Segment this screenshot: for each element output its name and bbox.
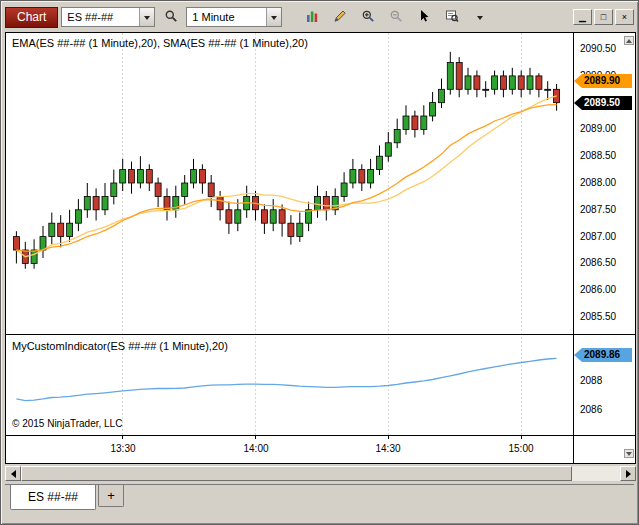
instrument-value: ES ##-## [62,11,139,23]
maximize-button[interactable]: □ [594,9,613,25]
search-icon [164,9,178,26]
triangle-up-icon [626,36,632,43]
ema-value-badge: 2089.90 [574,74,632,88]
panel-splitter[interactable] [6,332,635,337]
data-box-icon [445,9,459,26]
axis-scroll-up-button[interactable] [624,36,634,45]
time-axis-label: 14:30 [370,443,406,454]
interval-selector[interactable]: 1 Minute [186,7,282,27]
custom-indicator-line [16,358,556,400]
time-axis[interactable]: 13:3014:0014:3015:00 [6,436,573,463]
add-tab-button[interactable]: + [98,485,124,507]
price-axis-label: 2087.00 [580,231,616,243]
chevron-down-icon [477,16,483,23]
price-axis-label: 2085.50 [580,311,616,323]
time-axis-label: 14:00 [238,443,274,454]
indicator-value-badge: 2089.86 [574,348,632,362]
indicator-axis-label: 2088 [580,375,602,387]
tab-strip: ES ##-## + [5,484,634,517]
zoom-out-button [383,6,408,28]
copyright-text: © 2015 NinjaTrader, LLC [12,418,122,429]
price-axis-label: 2088.00 [580,177,616,189]
sma-line [16,96,556,257]
scrollbar-track[interactable] [21,466,620,481]
triangle-down-icon [626,452,632,459]
instrument-search-button[interactable] [158,6,183,28]
price-axis-label: 2087.50 [580,204,616,216]
zoom-in-button[interactable] [355,6,380,28]
cursor-button[interactable] [411,6,436,28]
tab-es[interactable]: ES ##-## [10,485,96,510]
chart-area: EMA(ES ##-## (1 Minute),20), SMA(ES ##-#… [5,32,636,464]
price-axis-label: 2086.00 [580,284,616,296]
time-axis-label: 15:00 [503,443,539,454]
chevron-down-icon[interactable] [139,8,154,26]
data-box-button[interactable] [439,6,464,28]
minimize-button[interactable]: ▁ [573,9,592,25]
window-controls: ▁ □ × [573,9,634,25]
price-axis-label: 2089.00 [580,123,616,135]
chart-style-icon [305,9,319,26]
chart-window: Chart ES ##-## 1 Minute [0,0,639,525]
horizontal-scrollbar[interactable] [5,466,636,481]
window-label: Chart [5,7,58,28]
triangle-right-icon [626,470,635,478]
scrollbar-thumb[interactable] [21,466,572,481]
close-button[interactable]: × [615,9,634,25]
scroll-right-button[interactable] [620,466,636,481]
instrument-selector[interactable]: ES ##-## [61,7,155,27]
axis-scroll-down-button[interactable] [624,449,634,458]
candles [13,52,559,269]
drawing-tools-button[interactable] [327,6,352,28]
indicator-axis-label: 2086 [580,404,602,416]
interval-value: 1 Minute [187,11,266,23]
chart-style-button[interactable] [299,6,324,28]
price-panel-indicators-label: EMA(ES ##-## (1 Minute),20), SMA(ES ##-#… [12,37,308,49]
zoom-out-icon [389,9,403,26]
zoom-in-icon [361,9,375,26]
price-axis-label: 2086.50 [580,257,616,269]
more-tools-button[interactable] [467,6,492,28]
time-axis-label: 13:30 [105,443,141,454]
pencil-icon [333,9,347,26]
indicator-panel-label: MyCustomIndicator(ES ##-## (1 Minute),20… [12,340,228,352]
price-axis-label: 2088.50 [580,150,616,162]
chevron-down-icon[interactable] [266,8,281,26]
scroll-left-button[interactable] [5,466,21,481]
last-price-badge: 2089.50 [574,96,632,110]
price-axis-label: 2090.50 [580,43,616,55]
titlebar: Chart ES ##-## 1 Minute [5,5,634,29]
cursor-icon [417,9,431,26]
triangle-left-icon [7,470,16,478]
chart-plot[interactable] [6,33,635,463]
